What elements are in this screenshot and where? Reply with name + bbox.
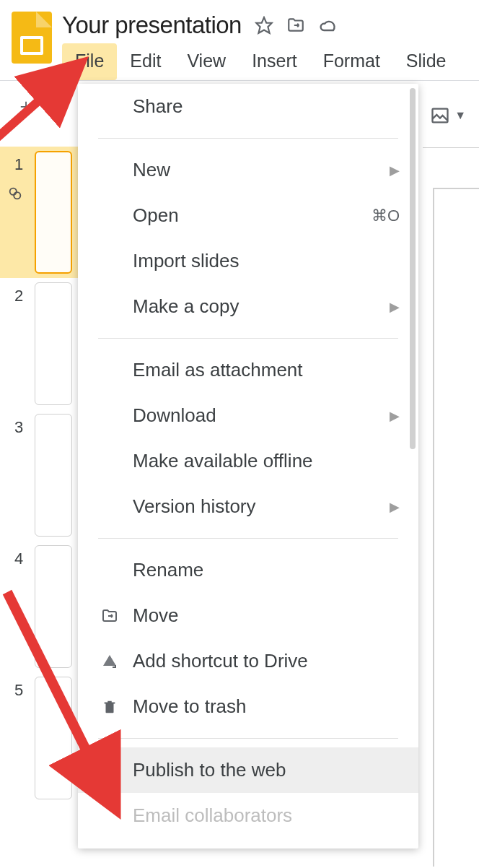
slide-thumb-2[interactable]: 2 — [0, 278, 85, 409]
menu-rename[interactable]: Rename — [78, 547, 418, 593]
new-slide-dropdown[interactable]: ▼ — [45, 100, 55, 112]
slide-thumb-1[interactable]: 1 — [0, 147, 85, 278]
header: Your presentation File Edit View Insert … — [0, 0, 479, 80]
menu-new[interactable]: New ▶ — [78, 147, 418, 193]
menu-email-collaborators: Email collaborators — [78, 793, 418, 838]
menu-make-copy[interactable]: Make a copy ▶ — [78, 284, 418, 329]
slide-number: 1 — [14, 151, 27, 174]
menu-email-attachment[interactable]: Email as attachment — [78, 347, 418, 393]
file-menu-dropdown: Share New ▶ Open ⌘O Import slides Make a… — [78, 84, 418, 849]
menu-edit[interactable]: Edit — [117, 43, 174, 80]
menu-slide[interactable]: Slide — [393, 43, 460, 80]
slide-thumb-3[interactable]: 3 — [0, 409, 85, 541]
menu-view[interactable]: View — [174, 43, 239, 80]
slides-logo[interactable] — [12, 12, 52, 64]
trash-icon — [100, 699, 120, 715]
slide-thumb-5[interactable]: 5 — [0, 672, 85, 804]
slide-panel: 1 2 3 4 5 — [0, 147, 85, 804]
star-icon[interactable] — [255, 16, 273, 35]
svg-marker-0 — [256, 17, 272, 33]
submenu-arrow-icon: ▶ — [390, 499, 400, 515]
new-slide-button[interactable]: ＋ — [12, 90, 40, 123]
menu-publish-web[interactable]: Publish to the web — [78, 747, 418, 793]
menu-download[interactable]: Download ▶ — [78, 393, 418, 438]
submenu-arrow-icon: ▶ — [390, 299, 400, 315]
document-title[interactable]: Your presentation — [62, 12, 242, 39]
slide-thumb-4[interactable]: 4 — [0, 541, 85, 672]
slide-number: 4 — [14, 545, 27, 568]
menu-share[interactable]: Share — [78, 84, 418, 129]
submenu-arrow-icon: ▶ — [390, 162, 400, 178]
menu-import-slides[interactable]: Import slides — [78, 238, 418, 284]
move-folder-icon[interactable] — [286, 16, 305, 35]
menubar: File Edit View Insert Format Slide — [62, 43, 467, 80]
menu-insert[interactable]: Insert — [239, 43, 310, 80]
menu-version-history[interactable]: Version history ▶ — [78, 484, 418, 529]
menu-open[interactable]: Open ⌘O — [78, 193, 418, 238]
slide-number: 2 — [14, 282, 27, 305]
folder-move-icon — [100, 607, 120, 625]
menu-add-shortcut[interactable]: Add shortcut to Drive — [78, 638, 418, 684]
svg-point-2 — [10, 188, 17, 195]
submenu-arrow-icon: ▶ — [390, 408, 400, 424]
menu-move[interactable]: Move — [78, 593, 418, 638]
insert-image-button[interactable]: ▼ — [430, 105, 466, 126]
slide-number: 3 — [14, 414, 27, 437]
slide-canvas[interactable] — [433, 188, 479, 867]
cloud-status-icon[interactable] — [318, 15, 338, 35]
menu-format[interactable]: Format — [310, 43, 393, 80]
chevron-down-icon: ▼ — [454, 109, 466, 122]
svg-point-3 — [14, 192, 20, 199]
ruler-edge — [423, 147, 479, 150]
menu-make-offline[interactable]: Make available offline — [78, 438, 418, 484]
menu-file[interactable]: File — [62, 43, 117, 80]
link-icon — [7, 186, 23, 204]
slide-number: 5 — [14, 677, 27, 700]
drive-shortcut-icon — [100, 653, 120, 670]
menu-move-trash[interactable]: Move to trash — [78, 684, 418, 729]
shortcut-label: ⌘O — [372, 207, 400, 225]
